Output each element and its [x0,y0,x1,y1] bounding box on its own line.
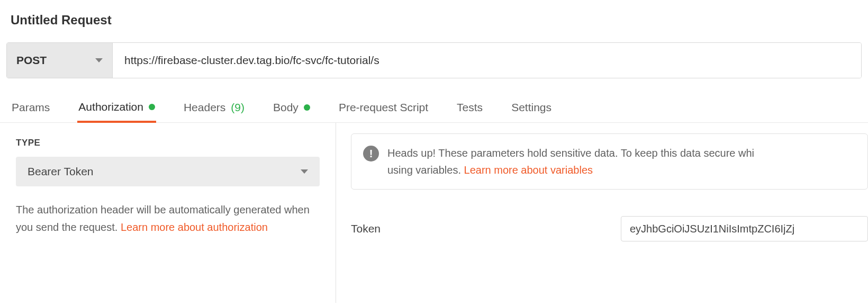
tab-prerequest-script[interactable]: Pre-request Script [338,96,429,123]
warning-line-1: Heads up! These parameters hold sensitiv… [387,147,754,159]
auth-type-select[interactable]: Bearer Token [16,157,320,186]
token-row: Token [351,216,868,241]
auth-left-panel: TYPE Bearer Token The authorization head… [0,123,336,303]
request-title: Untitled Request [0,0,868,32]
warning-line-2: using variables. [387,164,464,176]
learn-more-authorization-link[interactable]: Learn more about authorization [121,221,268,233]
auth-right-panel: ! Heads up! These parameters hold sensit… [336,123,868,303]
auth-type-value: Bearer Token [28,165,94,178]
request-tabs: Params Authorization Headers (9) Body Pr… [0,95,868,123]
active-indicator-dot-icon [149,104,155,110]
chevron-down-icon [301,169,308,174]
tab-label: Tests [457,101,483,114]
tab-tests[interactable]: Tests [456,96,484,123]
http-method-select[interactable]: POST [7,43,113,78]
tab-label: Headers [184,101,225,114]
auth-content: TYPE Bearer Token The authorization head… [0,123,868,303]
http-method-label: POST [16,54,47,67]
tab-authorization[interactable]: Authorization [77,95,156,123]
sensitive-data-warning: ! Heads up! These parameters hold sensit… [351,133,868,190]
auth-type-label: TYPE [16,138,320,148]
tab-params[interactable]: Params [11,96,51,123]
url-bar: POST [6,42,862,78]
tab-label: Body [273,101,299,114]
tab-label: Settings [511,101,551,114]
auth-help-text: The authorization header will be automat… [16,201,320,236]
headers-count: (9) [231,101,245,114]
request-url-input[interactable] [113,43,861,78]
warning-text: Heads up! These parameters hold sensitiv… [387,145,754,178]
tab-headers[interactable]: Headers (9) [183,96,246,123]
learn-more-variables-link[interactable]: Learn more about variables [464,164,593,176]
token-input[interactable] [621,216,868,241]
tab-label: Pre-request Script [339,101,428,114]
tab-label: Params [12,101,50,114]
active-indicator-dot-icon [304,104,310,111]
tab-settings[interactable]: Settings [510,96,553,123]
tab-body[interactable]: Body [272,96,311,123]
tab-label: Authorization [78,101,143,113]
token-label: Token [351,222,600,235]
exclamation-icon: ! [363,146,379,162]
chevron-down-icon [95,58,103,62]
